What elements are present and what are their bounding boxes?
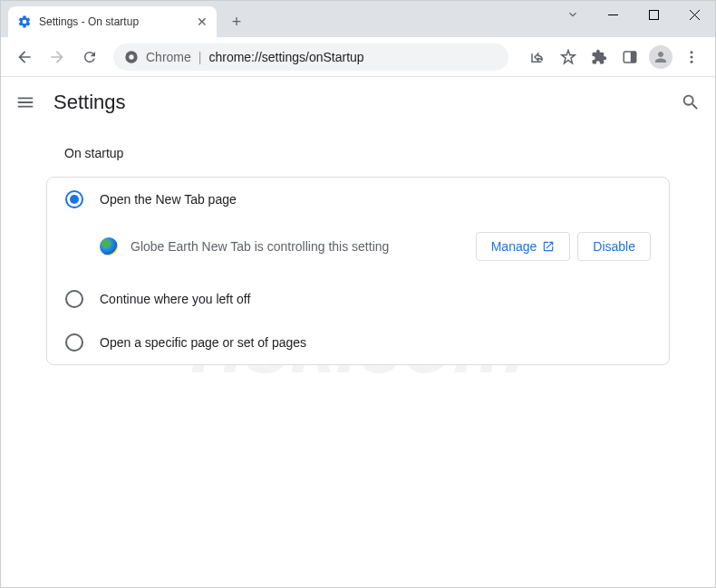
- extensions-button[interactable]: [585, 43, 614, 72]
- tab-title: Settings - On startup: [39, 15, 139, 28]
- option-label: Open a specific page or set of pages: [100, 335, 306, 350]
- omnibox-divider: |: [198, 50, 202, 64]
- open-external-icon: [542, 240, 555, 253]
- disable-button[interactable]: Disable: [577, 232, 651, 261]
- minimize-button[interactable]: [593, 1, 634, 28]
- chevron-down-icon[interactable]: [552, 1, 593, 28]
- globe-earth-icon: [100, 237, 118, 255]
- section-title: On startup: [46, 146, 670, 160]
- option-label: Open the New Tab page: [100, 192, 237, 207]
- settings-header: Settings: [1, 77, 715, 128]
- omnibox[interactable]: Chrome | chrome://settings/onStartup: [113, 43, 508, 71]
- svg-point-8: [691, 60, 693, 63]
- option-new-tab[interactable]: Open the New Tab page: [47, 178, 669, 221]
- manage-label: Manage: [491, 239, 537, 254]
- svg-point-6: [691, 51, 693, 53]
- close-window-button[interactable]: [674, 1, 715, 28]
- reload-button[interactable]: [75, 43, 104, 72]
- profile-button[interactable]: [646, 43, 675, 72]
- svg-rect-0: [608, 14, 618, 15]
- gear-icon: [17, 14, 32, 29]
- chrome-icon: [124, 50, 139, 64]
- avatar-icon: [649, 45, 672, 69]
- new-tab-button[interactable]: +: [224, 9, 249, 34]
- extension-notice: Globe Earth New Tab is controlling this …: [47, 221, 669, 277]
- extension-notice-text: Globe Earth New Tab is controlling this …: [131, 239, 463, 254]
- omnibox-url: chrome://settings/onStartup: [208, 50, 363, 64]
- share-button[interactable]: [523, 43, 552, 72]
- search-button[interactable]: [681, 92, 701, 112]
- close-tab-button[interactable]: ✕: [197, 14, 208, 29]
- radio-selected-icon: [65, 190, 83, 208]
- svg-point-3: [129, 54, 133, 59]
- radio-icon: [65, 333, 83, 352]
- radio-icon: [65, 290, 83, 308]
- svg-point-7: [691, 55, 693, 58]
- page-title: Settings: [53, 91, 126, 114]
- address-bar: Chrome | chrome://settings/onStartup: [1, 37, 715, 77]
- sidepanel-button[interactable]: [615, 43, 644, 72]
- back-button[interactable]: [10, 43, 39, 72]
- svg-rect-1: [650, 10, 659, 19]
- svg-rect-5: [631, 52, 636, 63]
- content-area: On startup Open the New Tab page Globe E…: [1, 128, 715, 401]
- forward-button: [43, 43, 72, 72]
- startup-options-card: Open the New Tab page Globe Earth New Ta…: [46, 177, 670, 365]
- browser-tab[interactable]: Settings - On startup ✕: [8, 6, 217, 37]
- omnibox-label: Chrome: [146, 50, 191, 64]
- disable-label: Disable: [593, 239, 635, 254]
- option-continue[interactable]: Continue where you left off: [47, 277, 669, 321]
- option-specific[interactable]: Open a specific page or set of pages: [47, 321, 669, 364]
- hamburger-menu-button[interactable]: [15, 92, 35, 112]
- menu-button[interactable]: [677, 43, 706, 72]
- option-label: Continue where you left off: [100, 292, 250, 306]
- manage-button[interactable]: Manage: [476, 232, 571, 261]
- bookmark-button[interactable]: [554, 43, 583, 72]
- window-controls: [593, 1, 715, 28]
- maximize-button[interactable]: [634, 1, 674, 28]
